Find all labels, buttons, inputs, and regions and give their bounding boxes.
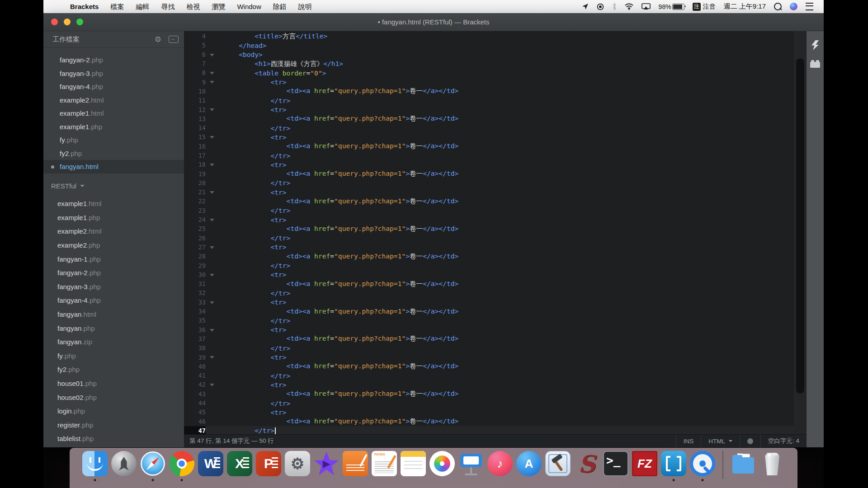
project-file-example2.php[interactable]: example2.php [43, 238, 184, 252]
project-file-fangyan-2.php[interactable]: fangyan-2.php [43, 266, 184, 280]
dock-icon-chrome[interactable] [169, 451, 194, 476]
project-file-fy.php[interactable]: fy.php [43, 349, 184, 363]
code-line-46[interactable]: 46 <td><a href="query.php?chap=1">卷一</a>… [184, 417, 794, 426]
working-file-fy.php[interactable]: fy.php [43, 133, 184, 147]
language-selector[interactable]: HTML [701, 435, 740, 447]
working-file-fangyan-4.php[interactable]: fangyan-4.php [43, 80, 184, 94]
code-line-34[interactable]: 34 <td><a href="query.php?chap=1">卷一</a>… [184, 307, 794, 316]
project-file-house02.php[interactable]: house02.php [43, 390, 184, 404]
code-line-24[interactable]: 24 <tr> [184, 215, 794, 224]
project-file-fy2.php[interactable]: fy2.php [43, 363, 184, 377]
fold-arrow-icon[interactable] [210, 384, 214, 386]
input-method-menu[interactable]: 注 注音 [689, 0, 720, 13]
fold-arrow-icon[interactable] [210, 54, 214, 56]
notification-center-icon[interactable] [802, 0, 817, 13]
project-file-example1.html[interactable]: example1.html [43, 197, 184, 211]
code-line-17[interactable]: 17 </tr> [184, 151, 794, 160]
code-line-33[interactable]: 33 <tr> [184, 298, 794, 307]
code-line-27[interactable]: 27 <tr> [184, 243, 794, 252]
menu-item-Window[interactable]: Window [231, 3, 267, 10]
code-line-45[interactable]: 45 <tr> [184, 408, 794, 417]
dock-icon-pages[interactable] [372, 451, 397, 476]
menu-item-尋找[interactable]: 尋找 [155, 3, 180, 10]
project-file-fangyan-4.php[interactable]: fangyan-4.php [43, 294, 184, 308]
extension-manager-icon[interactable] [810, 62, 820, 68]
spotlight-icon[interactable] [770, 0, 786, 13]
live-preview-icon[interactable] [811, 40, 819, 50]
project-file-fangyan-3.php[interactable]: fangyan-3.php [43, 280, 184, 294]
code-line-6[interactable]: 6 <body> [184, 50, 794, 59]
fold-arrow-icon[interactable] [210, 219, 214, 221]
menu-item-檔案[interactable]: 檔案 [104, 3, 130, 10]
dock-icon-itunes[interactable]: ♪ [487, 451, 513, 476]
working-file-example1.html[interactable]: example1.html [43, 107, 184, 120]
fold-arrow-icon[interactable] [210, 191, 214, 194]
code-line-44[interactable]: 44 </tr> [184, 399, 794, 408]
code-line-8[interactable]: 8 <table border="0"> [184, 68, 794, 77]
working-file-fy2.php[interactable]: fy2.php [43, 147, 184, 160]
dock-icon-powerpoint[interactable]: P [256, 451, 281, 476]
dock-icon-filezilla[interactable]: FZ [632, 451, 657, 476]
dock-icon-s-app[interactable]: S [574, 451, 599, 476]
code-line-22[interactable]: 22 <td><a href="query.php?chap=1">卷一</a>… [184, 197, 794, 206]
fold-arrow-icon[interactable] [210, 108, 214, 111]
dock-icon-imovie[interactable]: ▶ [314, 451, 339, 476]
fold-arrow-icon[interactable] [210, 329, 214, 332]
code-line-37[interactable]: 37 <td><a href="query.php?chap=1">卷一</a>… [184, 334, 794, 343]
fold-arrow-icon[interactable] [210, 356, 214, 359]
code-line-25[interactable]: 25 <td><a href="query.php?chap=1">卷一</a>… [184, 224, 794, 233]
project-file-fangyan-1.php[interactable]: fangyan-1.php [43, 252, 184, 266]
dock-icon-docs[interactable] [731, 451, 756, 476]
gear-icon[interactable]: ⚙ [155, 35, 161, 44]
dock-icon-brackets[interactable] [661, 451, 686, 476]
zoom-button[interactable] [76, 19, 83, 25]
code-line-12[interactable]: 12 <tr> [184, 105, 794, 114]
dock-icon-finder[interactable] [82, 451, 108, 476]
dock-icon-prefs[interactable]: ⚙ [285, 451, 310, 476]
insert-mode-indicator[interactable]: INS [676, 435, 701, 447]
code-line-4[interactable]: 4 <title>方言</title> [184, 32, 794, 41]
dock-icon-trash[interactable] [760, 451, 785, 476]
code-line-38[interactable]: 38 </tr> [184, 343, 794, 352]
code-line-13[interactable]: 13 <td><a href="query.php?chap=1">卷一</a>… [184, 114, 794, 123]
code-line-20[interactable]: 20 </tr> [184, 178, 794, 188]
close-button[interactable] [51, 19, 58, 25]
code-line-21[interactable]: 21 <tr> [184, 188, 794, 197]
code-line-11[interactable]: 11 </tr> [184, 96, 794, 105]
editor-scrollbar[interactable] [794, 31, 807, 447]
project-file-fangyan.html[interactable]: fangyan.html [43, 307, 184, 321]
code-line-10[interactable]: 10 <td><a href="query.php?chap=1">卷一</a>… [184, 87, 794, 96]
fold-arrow-icon[interactable] [210, 81, 214, 84]
code-line-41[interactable]: 41 </tr> [184, 371, 794, 380]
project-file-example1.php[interactable]: example1.php [43, 211, 184, 225]
dock-icon-quicktime[interactable] [690, 451, 715, 476]
code-line-15[interactable]: 15 <tr> [184, 132, 794, 141]
code-line-35[interactable]: 35 </tr> [184, 316, 794, 325]
project-file-example2.html[interactable]: example2.html [43, 225, 184, 239]
fold-arrow-icon[interactable] [210, 246, 214, 249]
dock-icon-appstore[interactable]: A [516, 451, 542, 476]
dock-icon-xcode[interactable] [545, 451, 571, 476]
wifi-icon[interactable] [621, 0, 637, 13]
project-file-register.php[interactable]: register.php [43, 418, 184, 432]
menu-item-瀏覽[interactable]: 瀏覽 [206, 3, 231, 10]
code-line-16[interactable]: 16 <td><a href="query.php?chap=1">卷一</a>… [184, 142, 794, 151]
menu-clock[interactable]: 週二 上午9:17 [720, 0, 770, 13]
bluetooth-icon[interactable] [608, 0, 621, 13]
project-dropdown[interactable]: RESTful [43, 179, 184, 193]
location-icon[interactable] [578, 0, 593, 13]
code-line-29[interactable]: 29 </tr> [184, 261, 794, 270]
code-line-26[interactable]: 26 </tr> [184, 234, 794, 243]
code-line-23[interactable]: 23 </tr> [184, 206, 794, 215]
code-line-36[interactable]: 36 <tr> [184, 325, 794, 334]
fold-arrow-icon[interactable] [210, 136, 214, 139]
fold-arrow-icon[interactable] [210, 274, 214, 277]
code-line-5[interactable]: 5 </head> [184, 41, 794, 50]
battery-indicator[interactable]: 98% [655, 0, 689, 13]
whitespace-setting[interactable]: 空白字元: 4 [760, 435, 807, 447]
dock-icon-photos[interactable] [429, 451, 455, 476]
project-file-tablelist.php[interactable]: tablelist.php [43, 432, 184, 446]
fold-arrow-icon[interactable] [210, 164, 214, 166]
code-line-30[interactable]: 30 <tr> [184, 270, 794, 279]
airplay-display-icon[interactable] [637, 0, 655, 13]
